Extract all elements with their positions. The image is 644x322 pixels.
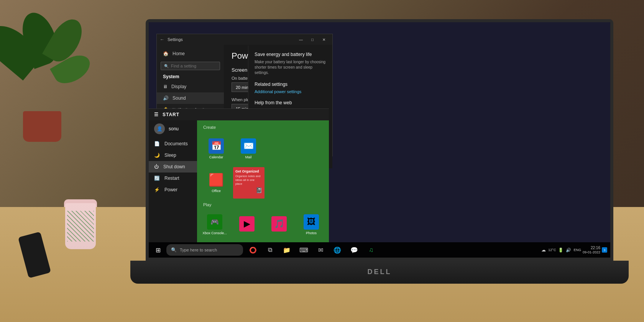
taskbar-search-text: Type here to search	[180, 248, 217, 252]
start-item-documents[interactable]: 📄 Documents	[149, 138, 197, 150]
start-item-power[interactable]: ⚡ Power	[149, 184, 197, 196]
app-tile-groove[interactable]: ▶	[232, 209, 262, 240]
groove-icon: ▶	[239, 216, 255, 232]
start-label: START	[163, 112, 179, 117]
onedrive-icon[interactable]: ☁	[541, 247, 546, 253]
taskbar-right: ☁ 12°C 🔋 🔊 ENG 22:16 09-01-2022 3	[541, 245, 609, 255]
documents-icon: 📄	[154, 141, 160, 146]
close-button[interactable]: ✕	[319, 36, 329, 43]
system-tray-icons: ☁ 12°C 🔋 🔊 ENG	[541, 247, 581, 253]
play-section-label: Play	[199, 200, 327, 209]
taskbar-teams-icon[interactable]: 💬	[347, 242, 362, 258]
app-tile-music[interactable]: 🎵	[264, 209, 294, 240]
display-icon: 🖥	[163, 84, 168, 89]
start-user[interactable]: 👤 sonu	[149, 120, 197, 137]
create-apps-grid: 📅 Calendar ✉️ Mail	[199, 132, 327, 166]
save-energy-section: Save energy and battery life Make your b…	[255, 52, 326, 76]
additional-power-settings-link[interactable]: Additional power settings	[255, 89, 326, 94]
help-title: Help from the web	[255, 100, 326, 105]
search-icon: 🔍	[164, 64, 169, 68]
xbox-icon: 🎮	[207, 214, 222, 230]
start-button[interactable]: ⊞	[150, 242, 166, 258]
avatar-icon: 👤	[157, 126, 163, 131]
save-energy-title: Save energy and battery life	[255, 52, 326, 57]
shutdown-icon: ⏻	[154, 164, 159, 169]
home-icon: 🏠	[163, 51, 169, 56]
taskbar-search[interactable]: 🔍 Type here to search	[166, 244, 243, 256]
restart-icon: 🔄	[154, 176, 160, 181]
related-settings-section: Related settings Additional power settin…	[255, 82, 326, 94]
time-display: 22:16	[583, 245, 600, 250]
start-menu: ☰ START 👤 sonu 📄	[149, 108, 329, 242]
coffee-cup	[65, 203, 100, 253]
music-icon: 🎵	[271, 216, 287, 232]
windows-screen: ← Settings — □ ✕ 🏠 Home	[149, 22, 610, 258]
app-tile-calendar[interactable]: 📅 Calendar	[201, 133, 232, 164]
apps-area: Create 📅 Calendar ✉️ Mail	[197, 120, 329, 242]
back-button[interactable]: ←	[160, 37, 164, 42]
save-energy-text: Make your battery last longer by choosin…	[255, 59, 326, 76]
hamburger-icon[interactable]: ☰	[154, 112, 159, 117]
start-item-restart[interactable]: 🔄 Restart	[149, 172, 197, 184]
taskbar-taskview-icon[interactable]: ⧉	[262, 242, 278, 258]
nav-sound[interactable]: 🔊 Sound	[157, 92, 224, 104]
nav-display[interactable]: 🖥 Display	[157, 81, 224, 92]
taskbar-search-icon: 🔍	[171, 247, 177, 253]
find-setting-input[interactable]	[171, 64, 224, 68]
taskbar-clock[interactable]: 22:16 09-01-2022	[583, 245, 600, 255]
app-tile-mail[interactable]: ✉️ Mail	[233, 133, 264, 164]
related-settings-title: Related settings	[255, 82, 326, 87]
system-section-label: System	[157, 72, 224, 81]
maximize-button[interactable]: □	[307, 36, 318, 43]
user-avatar: 👤	[154, 123, 165, 134]
settings-titlebar: ← Settings — □ ✕	[157, 34, 332, 45]
taskbar-spotify-icon[interactable]: ♫	[363, 242, 379, 258]
start-menu-items: 📄 Documents 🌙 Sleep ⏻ Shut down	[149, 137, 197, 196]
sleep-icon: 🌙	[154, 153, 160, 158]
app-tile-xbox[interactable]: 🎮 Xbox Console...	[199, 209, 230, 240]
office-apps-grid: 🟥 Office Get Organized Organize notes an…	[199, 166, 327, 200]
notification-badge[interactable]: 3	[602, 247, 607, 253]
onenote-icon: 📓	[256, 187, 262, 193]
calendar-icon: 📅	[209, 138, 224, 154]
volume-icon[interactable]: 🔊	[566, 248, 571, 253]
settings-search-box[interactable]: 🔍	[161, 62, 220, 70]
minimize-button[interactable]: —	[296, 36, 306, 43]
date-display: 09-01-2022	[583, 250, 600, 255]
app-tile-photos[interactable]: 🖼 Photos	[296, 209, 327, 240]
windows-logo-icon: ⊞	[156, 246, 161, 254]
power-icon: ⚡	[154, 187, 160, 192]
app-tile-office[interactable]: 🟥 Office	[201, 167, 232, 198]
start-left-panel: 👤 sonu 📄 Documents 🌙 Sleep	[149, 120, 197, 242]
titlebar-controls: — □ ✕	[296, 36, 329, 43]
app-tile-onenote[interactable]: Get Organized Organize notes and ideas a…	[233, 167, 264, 199]
taskbar-mail-icon[interactable]: ✉	[313, 242, 328, 258]
nav-home[interactable]: 🏠 Home	[157, 48, 224, 59]
taskbar-cortana-icon[interactable]: ⭕	[245, 242, 261, 258]
taskbar: ⊞ 🔍 Type here to search ⭕ ⧉ 📁 ⌨ ✉ 🌐 💬 ♫	[149, 242, 610, 258]
taskbar-explorer-icon[interactable]: 📁	[279, 242, 294, 258]
laptop-screen: ← Settings — □ ✕ 🏠 Home	[146, 19, 613, 261]
office-icon: 🟥	[209, 172, 224, 187]
sound-icon: 🔊	[163, 95, 169, 101]
create-section-label: Create	[199, 123, 327, 132]
taskbar-app-icons: ⭕ ⧉ 📁 ⌨ ✉ 🌐 💬 ♫	[245, 242, 379, 258]
start-item-sleep[interactable]: 🌙 Sleep	[149, 150, 197, 161]
start-header: ☰ START	[149, 109, 329, 120]
start-menu-body: 👤 sonu 📄 Documents 🌙 Sleep	[149, 120, 329, 242]
lang-indicator[interactable]: ENG	[573, 248, 581, 252]
taskbar-console-icon[interactable]: ⌨	[296, 242, 311, 258]
mail-icon: ✉️	[241, 138, 256, 154]
photos-icon: 🖼	[304, 214, 319, 230]
laptop-bezel: DELL	[130, 261, 629, 284]
start-item-shutdown[interactable]: ⏻ Shut down	[149, 161, 197, 172]
plant-decoration	[12, 8, 88, 142]
dell-logo: DELL	[368, 268, 392, 276]
username-label: sonu	[169, 126, 179, 131]
play-apps-grid: 🎮 Xbox Console... ▶ 🎵	[199, 209, 327, 240]
taskbar-edge-icon[interactable]: 🌐	[330, 242, 345, 258]
weather-temp[interactable]: 12°C	[548, 248, 556, 252]
laptop: ← Settings — □ ✕ 🏠 Home	[146, 19, 613, 284]
battery-icon[interactable]: 🔋	[558, 248, 564, 253]
settings-title: Settings	[168, 37, 183, 42]
